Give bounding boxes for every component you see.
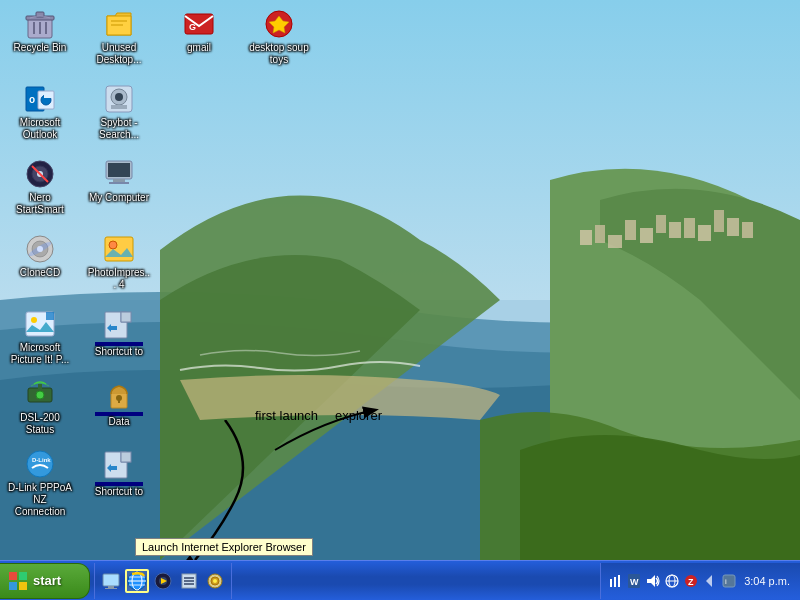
- ms-picture-label: Microsoft Picture It! P...: [8, 342, 72, 366]
- svg-text:G: G: [189, 22, 196, 32]
- ql-icon-4[interactable]: [177, 569, 201, 593]
- desktop-icon-ms-outlook[interactable]: o Microsoft Outlook: [4, 79, 76, 145]
- photoimpress-label: PhotoImpres... 4: [87, 267, 151, 291]
- desktop: Recycle Bin Unused Desktop... G gmail de…: [0, 0, 800, 560]
- svg-rect-89: [618, 575, 620, 587]
- desktop-icon-shortcut-to-2[interactable]: Shortcut to: [83, 444, 155, 502]
- desktop-icon-unused-desktop[interactable]: Unused Desktop...: [83, 4, 155, 70]
- quick-launch-bar: [94, 563, 232, 599]
- svg-text:D-Link: D-Link: [32, 457, 51, 463]
- gmail-icon: G: [183, 8, 215, 40]
- svg-rect-64: [9, 572, 17, 580]
- svg-rect-7: [656, 215, 666, 233]
- svg-point-54: [36, 391, 44, 399]
- shortcut-to-1-icon: [103, 308, 135, 340]
- svg-marker-98: [706, 575, 712, 587]
- svg-rect-50: [46, 312, 54, 320]
- desktop-icon-photoimpress[interactable]: PhotoImpres... 4: [83, 229, 155, 295]
- svg-rect-70: [105, 588, 117, 589]
- desktop-icon-data[interactable]: Data: [83, 374, 155, 432]
- desktop-icon-recycle-bin[interactable]: Recycle Bin: [4, 4, 76, 58]
- svg-rect-69: [108, 586, 114, 588]
- svg-point-49: [31, 317, 37, 323]
- spybot-icon: [103, 83, 135, 115]
- clonecd-label: CloneCD: [8, 267, 72, 279]
- media-player-button[interactable]: [151, 569, 175, 593]
- svg-rect-34: [111, 105, 127, 109]
- svg-rect-11: [714, 210, 724, 232]
- shortcut-to-1-label: Shortcut to: [87, 346, 151, 358]
- start-label: start: [33, 573, 61, 588]
- svg-point-86: [213, 579, 217, 583]
- tray-icon-back[interactable]: [702, 573, 718, 589]
- ms-outlook-label: Microsoft Outlook: [8, 117, 72, 141]
- ms-picture-icon: [24, 308, 56, 340]
- tray-icon-antivirus[interactable]: Z: [683, 573, 699, 589]
- svg-rect-13: [742, 222, 753, 238]
- svg-rect-88: [614, 577, 616, 587]
- svg-rect-8: [669, 222, 681, 238]
- desktop-soup-icon: [263, 8, 295, 40]
- tray-icon-word[interactable]: W: [626, 573, 642, 589]
- ie-browser-button[interactable]: [125, 569, 149, 593]
- desktop-icon-desktop-soup[interactable]: desktop soup toys: [243, 4, 315, 70]
- taskbar: start: [0, 560, 800, 600]
- unused-desktop-label: Unused Desktop...: [87, 42, 151, 66]
- tray-icon-misc[interactable]: i: [721, 573, 737, 589]
- svg-rect-21: [111, 24, 123, 26]
- annotation-explorer: explorer: [335, 408, 382, 423]
- desktop-icon-spybot[interactable]: Spybot - Search...: [83, 79, 155, 145]
- tray-icon-network[interactable]: [607, 573, 623, 589]
- svg-text:W: W: [630, 577, 639, 587]
- svg-text:Z: Z: [688, 577, 694, 587]
- gmail-label: gmail: [167, 42, 231, 54]
- svg-rect-62: [121, 452, 131, 462]
- data-label: Data: [87, 416, 151, 428]
- svg-marker-92: [647, 575, 655, 587]
- svg-rect-58: [118, 398, 120, 403]
- svg-rect-2: [580, 230, 592, 245]
- show-desktop-button[interactable]: [99, 569, 123, 593]
- svg-rect-39: [108, 163, 130, 177]
- system-clock[interactable]: 3:04 p.m.: [740, 575, 794, 587]
- svg-rect-6: [640, 228, 653, 243]
- svg-rect-29: [44, 92, 52, 98]
- svg-rect-66: [9, 582, 17, 590]
- desktop-icon-nero[interactable]: Nero StartSmart: [4, 154, 76, 220]
- desktop-icon-clonecd[interactable]: CloneCD: [4, 229, 76, 283]
- svg-rect-12: [727, 218, 739, 236]
- spybot-label: Spybot - Search...: [87, 117, 151, 141]
- dsl200-icon: [24, 378, 56, 410]
- recycle-bin-label: Recycle Bin: [8, 42, 72, 54]
- dlink-label: D-Link PPPoA NZ Connection: [8, 482, 72, 518]
- desktop-icon-ms-picture[interactable]: Microsoft Picture It! P...: [4, 304, 76, 370]
- svg-rect-52: [121, 312, 131, 322]
- ms-outlook-icon: o: [24, 83, 56, 115]
- svg-text:i: i: [725, 577, 727, 586]
- tray-icon-volume[interactable]: [645, 573, 661, 589]
- shortcut-to-2-icon: [103, 448, 135, 480]
- svg-rect-46: [105, 237, 133, 261]
- my-computer-icon: [103, 158, 135, 190]
- svg-rect-3: [595, 225, 605, 243]
- svg-rect-67: [19, 582, 27, 590]
- svg-rect-65: [19, 572, 27, 580]
- svg-text:o: o: [29, 94, 35, 105]
- desktop-icon-my-computer[interactable]: My Computer: [83, 154, 155, 208]
- shortcut-to-2-label: Shortcut to: [87, 486, 151, 498]
- my-computer-label: My Computer: [87, 192, 151, 204]
- ql-icon-5[interactable]: [203, 569, 227, 593]
- desktop-icon-gmail[interactable]: G gmail: [163, 4, 235, 58]
- svg-rect-41: [109, 182, 129, 184]
- svg-rect-68: [103, 574, 119, 586]
- nero-icon: [24, 158, 56, 190]
- taskbar-middle: [232, 563, 600, 599]
- start-button[interactable]: start: [0, 563, 90, 599]
- desktop-icon-dlink[interactable]: D-Link D-Link PPPoA NZ Connection: [4, 444, 76, 522]
- recycle-bin-icon: [24, 8, 56, 40]
- tray-icon-globe[interactable]: [664, 573, 680, 589]
- desktop-icon-shortcut-to-1[interactable]: Shortcut to: [83, 304, 155, 362]
- svg-rect-5: [625, 220, 636, 240]
- desktop-icon-dsl200[interactable]: DSL-200 Status: [4, 374, 76, 440]
- svg-point-33: [115, 93, 123, 101]
